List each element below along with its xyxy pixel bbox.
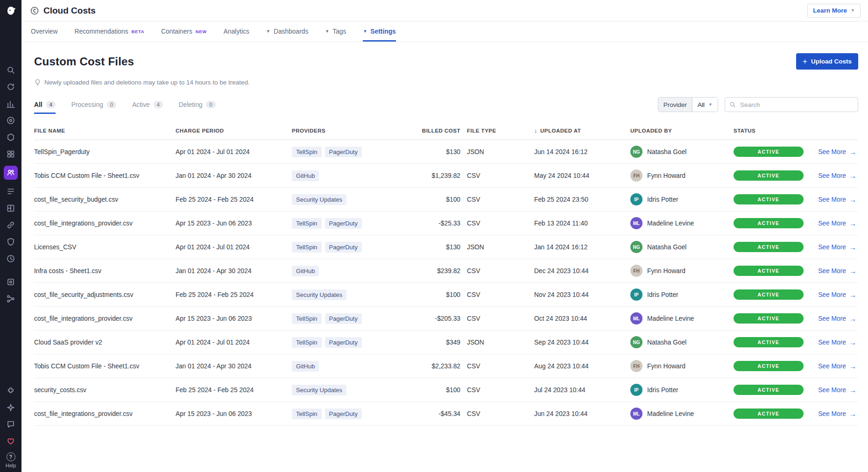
metrics-icon[interactable] [0,95,21,112]
col-uploaded-by[interactable]: Uploaded By [630,128,734,134]
see-more-label: See More [818,148,846,155]
table-row[interactable]: Infra costs - Sheet1.csv Jan 01 2024 - A… [34,259,858,283]
file-name-cell: cost_file_security_adjustments.csv [34,291,176,298]
upload-costs-button[interactable]: + Upload Costs [796,53,858,70]
filter-tab-all[interactable]: All 4 [34,101,56,114]
provider-filter[interactable]: Provider All ▼ [658,97,718,112]
monitors-icon[interactable] [0,250,21,267]
table-row[interactable]: cost_file_security_adjustments.csv Feb 2… [34,283,858,307]
chat-icon[interactable] [0,416,21,433]
see-more-link[interactable]: See More → [818,219,856,227]
table-row[interactable]: Tobis CCM Custom File - Sheet1.csv Jan 0… [34,164,858,188]
col-status[interactable]: Status [734,128,816,134]
cloud-costs-icon [30,6,39,15]
file-name-cell: cost_file_security_budget.csv [34,196,176,203]
col-providers[interactable]: Providers [292,128,409,134]
integrations-icon[interactable] [0,146,21,162]
bits-ai-icon[interactable] [0,433,21,450]
providers-cell: GitHub [292,266,409,276]
table-row[interactable]: Licenses_CSV Apr 01 2024 - Jul 01 2024 T… [34,235,858,259]
status-cell: ACTIVE [734,289,816,300]
arrow-right-icon: → [849,148,856,156]
see-more-link[interactable]: See More → [818,410,856,418]
billed-cost-cell: $100 [409,291,467,298]
providers-cell: Security Updates [292,385,409,395]
learn-more-button[interactable]: Learn More ▼ [807,4,861,18]
providers-cell: GitHub [292,170,409,181]
filter-tab-label: Processing [71,101,103,108]
see-more-link[interactable]: See More → [818,291,856,299]
search-icon[interactable] [0,62,21,78]
file-name-cell: TellSpin_Pagerduty [34,148,176,155]
help-button[interactable]: ? Help [6,452,16,468]
file-name-cell: security_costs.csv [34,387,176,394]
tab-tags[interactable]: ▼Tags [325,21,346,42]
filter-tab-deleting[interactable]: Deleting 0 [179,101,216,114]
see-more-label: See More [818,363,846,370]
see-more-link[interactable]: See More → [818,338,856,346]
sidebar-item-active-product[interactable] [0,162,21,183]
security-shield-icon[interactable] [0,233,21,250]
tab-settings[interactable]: ▼Settings [363,21,395,42]
providers-cell: TellSpinPagerDuty [292,337,409,348]
table-row[interactable]: cost_file_security_budget.csv Feb 25 202… [34,188,858,211]
filter-tab-processing[interactable]: Processing 0 [71,101,116,114]
table-row[interactable]: Cloud SaaS provider v2 Apr 01 2024 - Jul… [34,331,858,354]
col-uploaded-at[interactable]: ↓Uploaded At [534,127,630,134]
see-more-link[interactable]: See More → [818,315,856,323]
table-row[interactable]: cost_file_integrations_provider.csv Apr … [34,211,858,235]
ci-icon[interactable] [0,274,21,290]
table-row[interactable]: security_costs.csv Feb 25 2024 - Feb 25 … [34,378,858,402]
charge-period-cell: Apr 15 2023 - Jun 06 2023 [176,315,292,322]
sparkle-icon[interactable] [0,399,21,416]
file-name-cell: Infra costs - Sheet1.csv [34,268,176,275]
chevron-down-icon: ▼ [708,103,713,107]
table-row[interactable]: cost_file_integrations_provider.csv Apr … [34,402,858,426]
see-more-link[interactable]: See More → [818,362,856,370]
table-row[interactable]: cost_file_integrations_provider.csv Apr … [34,307,858,331]
uploaded-by-cell: IP Idris Potter [630,289,734,301]
dashboards-icon[interactable] [0,200,21,217]
see-more-link[interactable]: See More → [818,148,856,156]
col-charge-period[interactable]: Charge Period [176,128,292,134]
provider-filter-value[interactable]: All ▼ [692,98,718,112]
uploaded-by-cell: ML Madeline Levine [630,312,734,324]
uploaded-at-cell: Jul 24 2023 10:44 [534,387,630,394]
see-more-link[interactable]: See More → [818,243,856,251]
providers-cell: TellSpinPagerDuty [292,313,409,324]
see-more-link[interactable]: See More → [818,196,856,204]
uploaded-by-cell: NG Natasha Goel [630,146,734,158]
see-more-link[interactable]: See More → [818,172,856,180]
watchdog-icon[interactable] [0,78,21,95]
col-file-name[interactable]: File Name [34,128,176,134]
col-billed-cost[interactable]: Billed Cost [409,128,467,134]
tab-dashboards[interactable]: ▼Dashboards [266,21,308,42]
col-file-type[interactable]: File Type [467,128,534,134]
datadog-logo-icon[interactable] [3,4,18,19]
provider-chip: PagerDuty [325,337,362,348]
billed-cost-cell: -$25.33 [409,220,467,227]
logs-icon[interactable] [0,183,21,200]
link-icon[interactable] [0,217,21,233]
table-row[interactable]: Tobis CCM Custom File - Sheet1.csv Jan 0… [34,354,858,378]
filter-tab-active[interactable]: Active 4 [132,101,163,114]
search-input[interactable] [739,101,854,109]
see-more-link[interactable]: See More → [818,386,856,394]
charge-period-cell: Feb 25 2024 - Feb 25 2024 [176,387,292,394]
workflows-icon[interactable] [0,290,21,307]
infrastructure-icon[interactable] [0,129,21,146]
apm-icon[interactable] [0,112,21,129]
tab-overview[interactable]: Overview [31,21,58,42]
tab-containers[interactable]: ContainersNEW [161,21,207,42]
see-more-link[interactable]: See More → [818,267,856,275]
uploaded-at-cell: Jun 14 2024 16:12 [534,148,630,155]
user-name: Madeline Levine [647,410,694,417]
tab-analytics[interactable]: Analytics [224,21,249,42]
table-row[interactable]: TellSpin_Pagerduty Apr 01 2024 - Jul 01 … [34,140,858,164]
arrow-right-icon: → [849,315,856,323]
org-settings-icon[interactable] [0,382,21,399]
arrow-right-icon: → [849,291,856,299]
file-type-cell: CSV [467,172,534,179]
tab-recommendations[interactable]: RecommendationsBETA [75,21,145,42]
avatar: FH [630,360,642,372]
